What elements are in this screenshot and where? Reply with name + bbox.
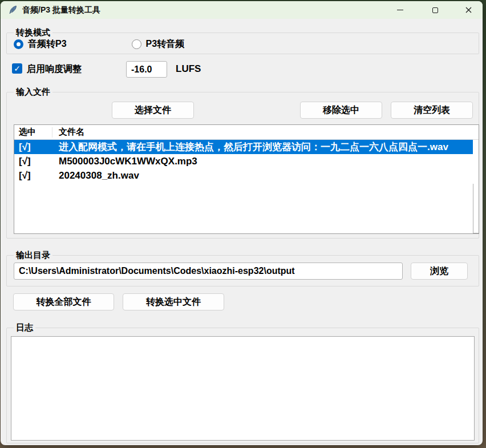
maximize-icon: [432, 7, 438, 13]
lufs-value-input[interactable]: [126, 61, 167, 78]
header-name-column[interactable]: 文件名: [52, 127, 84, 138]
titlebar[interactable]: 音频/P3 批量转换工具: [1, 1, 483, 19]
radio-p3-to-audio-label: P3转音频: [146, 38, 185, 50]
radio-p3-to-audio[interactable]: P3转音频: [132, 38, 185, 50]
table-row[interactable]: [√] 进入配网模式，请在手机上连接热点，然后打开浏览器访问：一九二点一六八点四…: [14, 140, 473, 154]
minimize-icon: [397, 10, 403, 10]
minimize-button[interactable]: [387, 1, 413, 19]
table-row[interactable]: [√] M500003J0cWK1WWxQX.mp3: [14, 154, 473, 168]
loudness-checkbox-label: 启用响度调整: [27, 63, 82, 75]
row-check-cell: [√]: [14, 170, 52, 181]
row-filename-cell: 20240308_zh.wav: [52, 170, 139, 181]
loudness-checkbox[interactable]: ✓: [12, 63, 22, 74]
input-files-groupbox-label: 输入文件: [14, 87, 52, 98]
input-files-groupbox: 输入文件 选择文件 移除选中 清空列表 选中 文件名 [√] 进入配网模式，请在…: [6, 92, 479, 239]
row-check-cell: [√]: [14, 142, 52, 153]
file-table: 选中 文件名 [√] 进入配网模式，请在手机上连接热点，然后打开浏览器访问：一九…: [14, 124, 479, 234]
checkmark-icon: ✓: [14, 64, 21, 73]
browse-button[interactable]: 浏览: [411, 263, 468, 280]
output-dir-input[interactable]: [14, 263, 403, 280]
row-filename-cell: 进入配网模式，请在手机上连接热点，然后打开浏览器访问：一九二点一六八点四点一.w…: [52, 140, 448, 154]
loudness-row: ✓ 启用响度调整 LUFS: [12, 61, 474, 79]
lufs-unit-label: LUFS: [176, 63, 201, 75]
remove-selected-button[interactable]: 移除选中: [300, 102, 382, 119]
header-check-column[interactable]: 选中: [14, 127, 52, 138]
header-column-separator: [52, 127, 52, 138]
output-dir-groupbox: 输出目录 浏览: [6, 255, 479, 286]
close-icon: [465, 7, 472, 13]
radio-audio-to-p3[interactable]: 音频转P3: [14, 38, 67, 50]
mode-groupbox: 转换模式 音频转P3 P3转音频: [6, 33, 479, 54]
convert-all-button[interactable]: 转换全部文件: [13, 293, 114, 310]
convert-selected-button[interactable]: 转换选中文件: [123, 293, 224, 310]
log-groupbox: 日志: [6, 328, 479, 443]
mode-radio-row: 音频转P3 P3转音频: [14, 38, 184, 50]
file-table-header[interactable]: 选中 文件名: [14, 125, 479, 140]
close-button[interactable]: [455, 1, 481, 19]
table-row[interactable]: [√] 20240308_zh.wav: [14, 168, 473, 183]
table-scrollbar[interactable]: [473, 184, 479, 233]
window-title: 音频/P3 批量转换工具: [22, 5, 100, 15]
log-textarea[interactable]: [11, 336, 475, 441]
python-app-icon: [8, 5, 18, 15]
clear-list-button[interactable]: 清空列表: [391, 102, 473, 119]
radio-selected-icon: [14, 39, 23, 49]
row-filename-cell: M500003J0cWK1WWxQX.mp3: [52, 156, 197, 167]
radio-unselected-icon: [132, 39, 141, 49]
maximize-button[interactable]: [422, 1, 448, 19]
select-files-button[interactable]: 选择文件: [112, 102, 194, 119]
app-window: 音频/P3 批量转换工具 转换模式 音频转P3 P3转音频: [1, 1, 483, 445]
row-check-cell: [√]: [14, 156, 52, 167]
radio-audio-to-p3-label: 音频转P3: [28, 38, 67, 50]
output-dir-groupbox-label: 输出目录: [14, 250, 52, 261]
log-groupbox-label: 日志: [14, 322, 35, 333]
mode-groupbox-label: 转换模式: [14, 27, 52, 38]
